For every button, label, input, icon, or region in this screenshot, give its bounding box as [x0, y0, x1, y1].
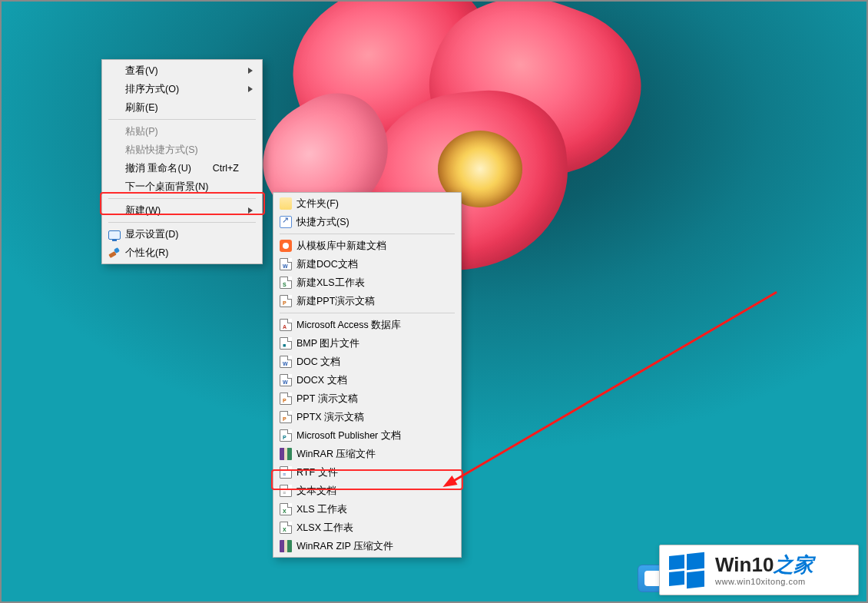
menu-label: 从模板库中新建文档 [297, 240, 386, 253]
menu-label: 刷新(E) [125, 101, 158, 114]
menu-label: 个性化(R) [125, 247, 168, 260]
submenu-item-xls[interactable]: X XLS 工作表 [275, 500, 459, 519]
menu-shortcut: Ctrl+Z [213, 163, 239, 174]
menu-item-paste: 粘贴(P) [104, 122, 260, 141]
menu-item-personalize[interactable]: 个性化(R) [104, 244, 260, 262]
submenu-item-pptx[interactable]: P PPTX 演示文稿 [275, 408, 459, 426]
menu-item-sort[interactable]: 排序方式(O) [104, 80, 260, 98]
submenu-arrow-icon [248, 68, 253, 74]
submenu-item-bmp[interactable]: ■ BMP 图片文件 [275, 334, 459, 353]
menu-label: DOC 文档 [297, 356, 340, 369]
doc-file-icon: W [279, 355, 293, 369]
ppt-file-icon: P [279, 392, 293, 406]
menu-label: 下一个桌面背景(N) [125, 181, 208, 194]
menu-item-undo-rename[interactable]: 撤消 重命名(U) Ctrl+Z [104, 159, 260, 177]
menu-label: 新建DOC文档 [297, 258, 358, 271]
menu-label: Microsoft Publisher 文档 [297, 429, 401, 442]
menu-item-new[interactable]: 新建(W) [104, 201, 260, 220]
monitor-icon [108, 227, 121, 241]
rar-file-icon [279, 447, 293, 461]
submenu-item-access[interactable]: A Microsoft Access 数据库 [275, 316, 459, 334]
submenu-item-doc[interactable]: W DOC 文档 [275, 353, 459, 371]
windows-logo-icon [669, 552, 704, 588]
menu-label: PPTX 演示文稿 [297, 411, 364, 424]
publisher-file-icon: P [279, 429, 293, 442]
wps-icon [279, 239, 293, 253]
submenu-item-folder[interactable]: 文件夹(F) [275, 194, 459, 213]
menu-label: Microsoft Access 数据库 [297, 319, 401, 332]
submenu-item-wps-template[interactable]: 从模板库中新建文档 [275, 237, 459, 255]
folder-icon [279, 197, 293, 210]
submenu-item-publisher[interactable]: P Microsoft Publisher 文档 [275, 426, 459, 445]
menu-label: 撤消 重命名(U) [125, 162, 191, 175]
zip-file-icon [279, 539, 293, 553]
submenu-item-text-document[interactable]: ≡ 文本文档 [275, 482, 459, 500]
menu-item-next-background[interactable]: 下一个桌面背景(N) [104, 177, 260, 196]
submenu-item-ppt[interactable]: P PPT 演示文稿 [275, 389, 459, 408]
menu-item-refresh[interactable]: 刷新(E) [104, 98, 260, 117]
txt-file-icon: ≡ [279, 484, 293, 498]
doc-file-icon: W [279, 257, 293, 271]
menu-label: BMP 图片文件 [297, 337, 359, 350]
submenu-item-wps-ppt[interactable]: P 新建PPT演示文稿 [275, 292, 459, 310]
desktop-context-menu: 查看(V) 排序方式(O) 刷新(E) 粘贴(P) 粘贴快捷方式(S) 撤消 重… [101, 59, 263, 264]
menu-label: RTF 文件 [297, 466, 338, 479]
personalize-icon [108, 246, 121, 260]
menu-label: 文本文档 [297, 485, 336, 498]
watermark-text: Win10之家 www.win10xitong.com [715, 554, 813, 587]
submenu-item-rtf[interactable]: ≡ RTF 文件 [275, 463, 459, 482]
menu-separator [108, 222, 256, 223]
menu-item-display-settings[interactable]: 显示设置(D) [104, 225, 260, 244]
submenu-item-winrar[interactable]: WinRAR 压缩文件 [275, 445, 459, 463]
menu-label: 排序方式(O) [125, 83, 179, 96]
new-submenu: 文件夹(F) 快捷方式(S) 从模板库中新建文档 W 新建DOC文档 S 新建X… [273, 192, 462, 558]
menu-label: 文件夹(F) [297, 197, 339, 210]
menu-item-view[interactable]: 查看(V) [104, 61, 260, 80]
rtf-file-icon: ≡ [279, 466, 293, 479]
submenu-item-winrar-zip[interactable]: WinRAR ZIP 压缩文件 [275, 537, 459, 555]
menu-label: XLSX 工作表 [297, 522, 353, 535]
menu-label: 新建PPT演示文稿 [297, 295, 375, 308]
menu-label: XLS 工作表 [297, 503, 347, 516]
menu-label: WinRAR ZIP 压缩文件 [297, 540, 393, 553]
submenu-item-wps-xls[interactable]: S 新建XLS工作表 [275, 273, 459, 292]
menu-separator [280, 234, 455, 234]
menu-label: WinRAR 压缩文件 [297, 448, 376, 461]
watermark-title-b: 之家 [774, 553, 813, 576]
submenu-item-shortcut[interactable]: 快捷方式(S) [275, 213, 459, 231]
menu-label: 粘贴快捷方式(S) [125, 144, 198, 157]
watermark-url: www.win10xitong.com [715, 577, 813, 587]
submenu-arrow-icon [248, 207, 253, 214]
menu-label: DOCX 文档 [297, 374, 347, 387]
ppt-file-icon: P [279, 294, 293, 308]
xls-file-icon: S [279, 276, 293, 290]
menu-label: PPT 演示文稿 [297, 393, 358, 406]
pptx-file-icon: P [279, 410, 293, 424]
bmp-file-icon: ■ [279, 336, 293, 350]
watermark-badge: Win10之家 www.win10xitong.com [659, 545, 859, 595]
menu-separator [280, 313, 455, 313]
shortcut-icon [279, 215, 293, 229]
menu-label: 粘贴(P) [125, 125, 158, 138]
watermark-title-a: Win10 [715, 553, 774, 576]
xlsx-file-icon: X [279, 521, 293, 535]
submenu-item-xlsx[interactable]: X XLSX 工作表 [275, 519, 459, 537]
menu-label: 查看(V) [125, 65, 158, 78]
menu-label: 快捷方式(S) [297, 216, 350, 229]
menu-label: 新建XLS工作表 [297, 277, 365, 290]
submenu-item-docx[interactable]: W DOCX 文档 [275, 371, 459, 389]
access-file-icon: A [279, 318, 293, 332]
menu-separator [108, 119, 256, 120]
menu-label: 新建(W) [125, 204, 161, 217]
docx-file-icon: W [279, 373, 293, 387]
xls-file-icon: X [279, 502, 293, 516]
menu-item-paste-shortcut: 粘贴快捷方式(S) [104, 141, 260, 159]
submenu-item-wps-doc[interactable]: W 新建DOC文档 [275, 255, 459, 273]
menu-label: 显示设置(D) [125, 228, 178, 241]
menu-separator [108, 198, 256, 199]
submenu-arrow-icon [248, 86, 253, 92]
